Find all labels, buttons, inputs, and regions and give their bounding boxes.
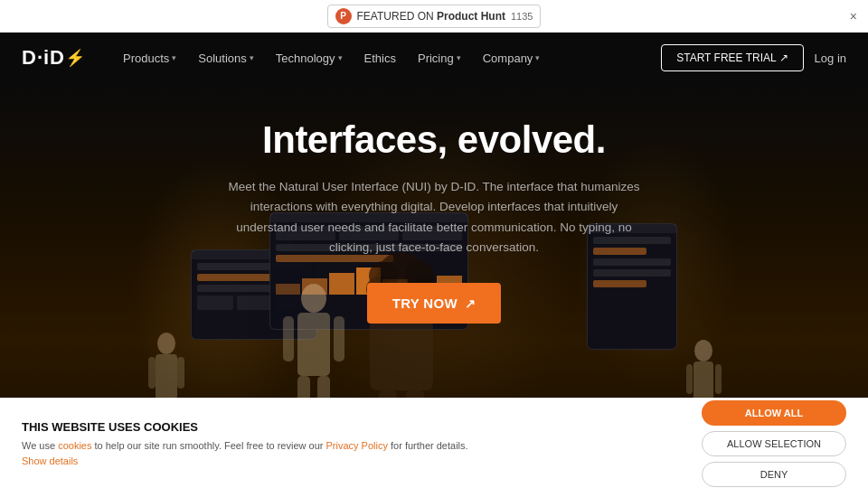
login-button[interactable]: Log in — [815, 52, 846, 65]
chevron-down-icon: ▾ — [172, 53, 176, 62]
allow-all-button[interactable]: ALLOW ALL — [702, 400, 846, 426]
ph-count: 1135 — [511, 11, 533, 22]
svg-rect-2 — [148, 357, 156, 389]
product-hunt-banner: P FEATURED ON Product Hunt 1135 × — [0, 0, 868, 33]
svg-rect-23 — [686, 364, 693, 394]
hero-subtitle: Meet the Natural User Interface (NUI) by… — [226, 177, 642, 258]
start-free-trial-button[interactable]: START FREE TRIAL ↗ — [661, 44, 803, 71]
nav-item-pricing[interactable]: Pricing ▾ — [409, 46, 470, 70]
logo-text: D·iD — [22, 46, 65, 70]
cookie-description: We use cookies to help our site run smoo… — [22, 438, 680, 454]
svg-point-21 — [694, 340, 712, 361]
nav-item-technology[interactable]: Technology ▾ — [267, 46, 352, 70]
try-now-button[interactable]: TRY NOW ↗ — [367, 283, 501, 324]
cookie-banner: THIS WEBSITE USES COOKIES We use cookies… — [0, 398, 868, 488]
ph-featured-text: FEATURED ON Product Hunt — [357, 10, 505, 23]
nav-actions: START FREE TRIAL ↗ Log in — [661, 44, 846, 71]
cookie-buttons: ALLOW ALL ALLOW SELECTION DENY — [702, 400, 846, 487]
svg-point-0 — [157, 333, 175, 354]
nav-item-company[interactable]: Company ▾ — [474, 46, 550, 70]
allow-selection-button[interactable]: ALLOW SELECTION — [702, 431, 846, 456]
svg-rect-1 — [156, 354, 177, 399]
logo[interactable]: D·iD⚡ — [22, 46, 85, 70]
banner-close-button[interactable]: × — [850, 9, 857, 23]
arrow-icon: ↗ — [465, 296, 476, 311]
ph-logo-icon: P — [335, 8, 352, 24]
banner-content: P FEATURED ON Product Hunt 1135 — [327, 5, 542, 28]
ph-badge[interactable]: P FEATURED ON Product Hunt 1135 — [327, 5, 542, 28]
cookie-title: THIS WEBSITE USES COOKIES — [22, 420, 680, 434]
hero-section: Interfaces, evolved. Meet the Natural Us… — [0, 83, 868, 452]
svg-rect-18 — [370, 318, 433, 390]
chevron-down-icon: ▾ — [250, 53, 254, 62]
cookies-link[interactable]: cookies — [58, 440, 91, 451]
deny-button[interactable]: DENY — [702, 462, 846, 487]
privacy-policy-link[interactable]: Privacy Policy — [326, 440, 387, 451]
chevron-down-icon: ▾ — [338, 53, 343, 62]
svg-rect-3 — [177, 357, 184, 389]
hero-content: Interfaces, evolved. Meet the Natural Us… — [226, 119, 642, 324]
navbar: D·iD⚡ Products ▾ Solutions ▾ Technology … — [0, 33, 868, 83]
hero-title: Interfaces, evolved. — [226, 119, 642, 161]
nav-item-products[interactable]: Products ▾ — [114, 46, 185, 70]
cookie-text-area: THIS WEBSITE USES COOKIES We use cookies… — [22, 420, 680, 467]
try-now-label: TRY NOW — [392, 296, 458, 311]
svg-rect-24 — [715, 364, 722, 394]
nav-item-solutions[interactable]: Solutions ▾ — [189, 46, 262, 70]
show-details-link[interactable]: Show details — [22, 455, 680, 466]
nav-item-ethics[interactable]: Ethics — [355, 46, 405, 70]
logo-spark-icon: ⚡ — [65, 48, 85, 68]
chevron-down-icon: ▾ — [535, 53, 540, 62]
nav-links: Products ▾ Solutions ▾ Technology ▾ Ethi… — [114, 46, 661, 70]
chevron-down-icon: ▾ — [457, 53, 461, 62]
